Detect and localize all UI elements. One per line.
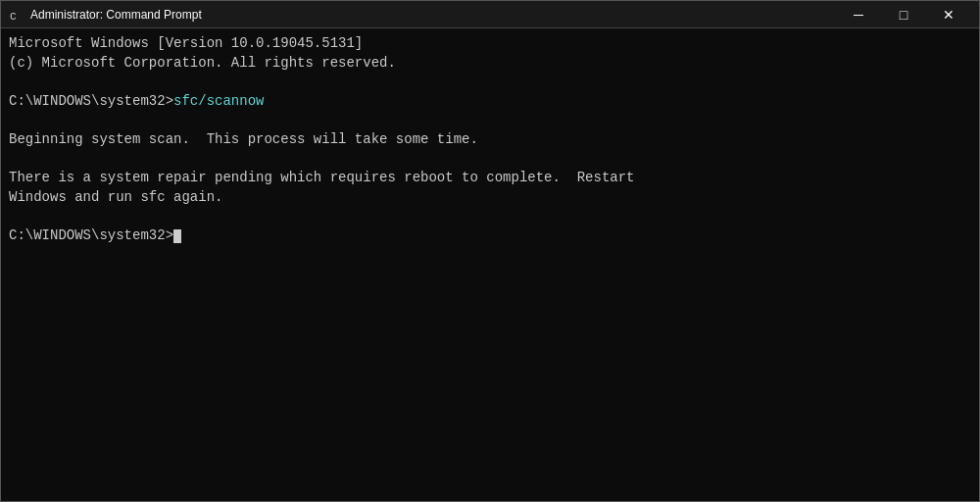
empty-line [9, 150, 971, 170]
terminal-line: Windows and run sfc again. [9, 188, 971, 208]
cmd-icon: C [9, 7, 24, 23]
terminal-line: Beginning system scan. This process will… [9, 130, 971, 150]
maximize-button[interactable]: □ [881, 1, 926, 28]
terminal-line: There is a system repair pending which r… [9, 169, 971, 188]
empty-line [9, 73, 971, 92]
terminal-command-line: C:\WINDOWS\system32>sfc/scannow [9, 92, 971, 112]
empty-line [9, 111, 971, 130]
command-prompt-window: C Administrator: Command Prompt ─ □ ✕ Mi… [0, 0, 980, 502]
svg-text:C: C [10, 11, 17, 23]
title-bar-controls: ─ □ ✕ [836, 1, 971, 28]
terminal-cursor [173, 229, 181, 243]
terminal-line: Microsoft Windows [Version 10.0.19045.51… [9, 34, 971, 54]
terminal-body[interactable]: Microsoft Windows [Version 10.0.19045.51… [1, 28, 979, 501]
title-bar: C Administrator: Command Prompt ─ □ ✕ [1, 1, 979, 28]
empty-line [9, 207, 971, 226]
terminal-prompt-cursor-line: C:\WINDOWS\system32> [9, 226, 971, 246]
title-bar-text: Administrator: Command Prompt [30, 8, 836, 22]
close-button[interactable]: ✕ [926, 1, 971, 28]
minimize-button[interactable]: ─ [836, 1, 881, 28]
terminal-line: (c) Microsoft Corporation. All rights re… [9, 54, 971, 74]
